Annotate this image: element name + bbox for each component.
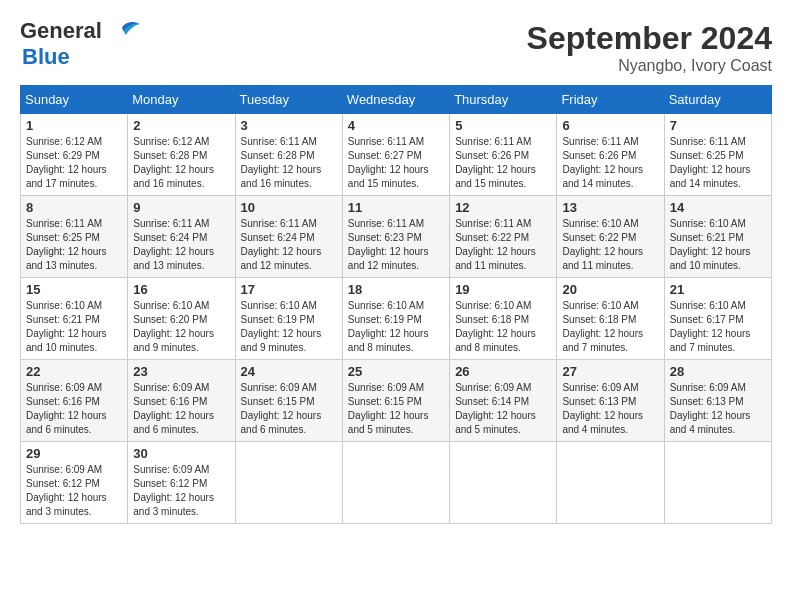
day-info: Sunrise: 6:11 AMSunset: 6:25 PMDaylight:… (26, 217, 122, 273)
day-info: Sunrise: 6:12 AMSunset: 6:28 PMDaylight:… (133, 135, 229, 191)
calendar-week-1: 1 Sunrise: 6:12 AMSunset: 6:29 PMDayligh… (21, 114, 772, 196)
day-info: Sunrise: 6:10 AMSunset: 6:18 PMDaylight:… (562, 299, 658, 355)
day-info: Sunrise: 6:09 AMSunset: 6:14 PMDaylight:… (455, 381, 551, 437)
day-number: 12 (455, 200, 551, 215)
title-area: September 2024 Nyangbo, Ivory Coast (527, 20, 772, 75)
calendar-cell: 23 Sunrise: 6:09 AMSunset: 6:16 PMDaylig… (128, 360, 235, 442)
day-number: 30 (133, 446, 229, 461)
day-header-monday: Monday (128, 86, 235, 114)
day-number: 18 (348, 282, 444, 297)
calendar-cell: 7 Sunrise: 6:11 AMSunset: 6:25 PMDayligh… (664, 114, 771, 196)
calendar-cell: 22 Sunrise: 6:09 AMSunset: 6:16 PMDaylig… (21, 360, 128, 442)
day-number: 13 (562, 200, 658, 215)
day-info: Sunrise: 6:11 AMSunset: 6:28 PMDaylight:… (241, 135, 337, 191)
calendar-week-3: 15 Sunrise: 6:10 AMSunset: 6:21 PMDaylig… (21, 278, 772, 360)
page-header: General Blue September 2024 Nyangbo, Ivo… (20, 20, 772, 75)
calendar-cell: 6 Sunrise: 6:11 AMSunset: 6:26 PMDayligh… (557, 114, 664, 196)
day-number: 19 (455, 282, 551, 297)
day-info: Sunrise: 6:09 AMSunset: 6:13 PMDaylight:… (562, 381, 658, 437)
logo: General Blue (20, 20, 140, 70)
calendar-cell (664, 442, 771, 524)
calendar-cell: 30 Sunrise: 6:09 AMSunset: 6:12 PMDaylig… (128, 442, 235, 524)
day-info: Sunrise: 6:11 AMSunset: 6:25 PMDaylight:… (670, 135, 766, 191)
calendar-cell (342, 442, 449, 524)
calendar-cell: 19 Sunrise: 6:10 AMSunset: 6:18 PMDaylig… (450, 278, 557, 360)
calendar-cell: 4 Sunrise: 6:11 AMSunset: 6:27 PMDayligh… (342, 114, 449, 196)
calendar-cell: 13 Sunrise: 6:10 AMSunset: 6:22 PMDaylig… (557, 196, 664, 278)
day-info: Sunrise: 6:11 AMSunset: 6:22 PMDaylight:… (455, 217, 551, 273)
day-header-wednesday: Wednesday (342, 86, 449, 114)
day-number: 25 (348, 364, 444, 379)
day-number: 1 (26, 118, 122, 133)
calendar-cell: 1 Sunrise: 6:12 AMSunset: 6:29 PMDayligh… (21, 114, 128, 196)
calendar-cell: 20 Sunrise: 6:10 AMSunset: 6:18 PMDaylig… (557, 278, 664, 360)
calendar-cell: 25 Sunrise: 6:09 AMSunset: 6:15 PMDaylig… (342, 360, 449, 442)
day-header-saturday: Saturday (664, 86, 771, 114)
day-info: Sunrise: 6:11 AMSunset: 6:24 PMDaylight:… (133, 217, 229, 273)
calendar-cell: 24 Sunrise: 6:09 AMSunset: 6:15 PMDaylig… (235, 360, 342, 442)
day-info: Sunrise: 6:09 AMSunset: 6:16 PMDaylight:… (26, 381, 122, 437)
calendar-cell: 2 Sunrise: 6:12 AMSunset: 6:28 PMDayligh… (128, 114, 235, 196)
day-number: 28 (670, 364, 766, 379)
calendar-cell: 10 Sunrise: 6:11 AMSunset: 6:24 PMDaylig… (235, 196, 342, 278)
day-info: Sunrise: 6:09 AMSunset: 6:12 PMDaylight:… (133, 463, 229, 519)
day-number: 22 (26, 364, 122, 379)
day-header-friday: Friday (557, 86, 664, 114)
calendar-cell: 14 Sunrise: 6:10 AMSunset: 6:21 PMDaylig… (664, 196, 771, 278)
day-info: Sunrise: 6:09 AMSunset: 6:12 PMDaylight:… (26, 463, 122, 519)
day-number: 23 (133, 364, 229, 379)
day-header-tuesday: Tuesday (235, 86, 342, 114)
day-number: 8 (26, 200, 122, 215)
day-number: 5 (455, 118, 551, 133)
day-info: Sunrise: 6:11 AMSunset: 6:26 PMDaylight:… (562, 135, 658, 191)
calendar-cell: 15 Sunrise: 6:10 AMSunset: 6:21 PMDaylig… (21, 278, 128, 360)
day-number: 14 (670, 200, 766, 215)
logo-blue-text: Blue (22, 44, 70, 70)
day-header-sunday: Sunday (21, 86, 128, 114)
calendar-cell: 11 Sunrise: 6:11 AMSunset: 6:23 PMDaylig… (342, 196, 449, 278)
calendar-header-row: SundayMondayTuesdayWednesdayThursdayFrid… (21, 86, 772, 114)
calendar-cell: 28 Sunrise: 6:09 AMSunset: 6:13 PMDaylig… (664, 360, 771, 442)
day-number: 16 (133, 282, 229, 297)
day-info: Sunrise: 6:10 AMSunset: 6:19 PMDaylight:… (348, 299, 444, 355)
day-number: 27 (562, 364, 658, 379)
calendar-table: SundayMondayTuesdayWednesdayThursdayFrid… (20, 85, 772, 524)
day-number: 10 (241, 200, 337, 215)
day-info: Sunrise: 6:10 AMSunset: 6:18 PMDaylight:… (455, 299, 551, 355)
day-header-thursday: Thursday (450, 86, 557, 114)
calendar-cell: 16 Sunrise: 6:10 AMSunset: 6:20 PMDaylig… (128, 278, 235, 360)
day-number: 3 (241, 118, 337, 133)
day-number: 21 (670, 282, 766, 297)
calendar-week-4: 22 Sunrise: 6:09 AMSunset: 6:16 PMDaylig… (21, 360, 772, 442)
day-number: 15 (26, 282, 122, 297)
calendar-cell: 18 Sunrise: 6:10 AMSunset: 6:19 PMDaylig… (342, 278, 449, 360)
day-info: Sunrise: 6:09 AMSunset: 6:15 PMDaylight:… (348, 381, 444, 437)
day-info: Sunrise: 6:09 AMSunset: 6:13 PMDaylight:… (670, 381, 766, 437)
day-info: Sunrise: 6:11 AMSunset: 6:23 PMDaylight:… (348, 217, 444, 273)
day-info: Sunrise: 6:11 AMSunset: 6:26 PMDaylight:… (455, 135, 551, 191)
calendar-cell: 26 Sunrise: 6:09 AMSunset: 6:14 PMDaylig… (450, 360, 557, 442)
day-number: 6 (562, 118, 658, 133)
day-number: 4 (348, 118, 444, 133)
calendar-cell: 21 Sunrise: 6:10 AMSunset: 6:17 PMDaylig… (664, 278, 771, 360)
calendar-week-2: 8 Sunrise: 6:11 AMSunset: 6:25 PMDayligh… (21, 196, 772, 278)
day-number: 9 (133, 200, 229, 215)
day-number: 24 (241, 364, 337, 379)
day-number: 11 (348, 200, 444, 215)
day-info: Sunrise: 6:11 AMSunset: 6:27 PMDaylight:… (348, 135, 444, 191)
day-info: Sunrise: 6:10 AMSunset: 6:20 PMDaylight:… (133, 299, 229, 355)
calendar-cell: 3 Sunrise: 6:11 AMSunset: 6:28 PMDayligh… (235, 114, 342, 196)
day-number: 17 (241, 282, 337, 297)
day-number: 7 (670, 118, 766, 133)
day-number: 2 (133, 118, 229, 133)
day-info: Sunrise: 6:10 AMSunset: 6:17 PMDaylight:… (670, 299, 766, 355)
calendar-cell: 12 Sunrise: 6:11 AMSunset: 6:22 PMDaylig… (450, 196, 557, 278)
day-info: Sunrise: 6:09 AMSunset: 6:16 PMDaylight:… (133, 381, 229, 437)
calendar-cell: 17 Sunrise: 6:10 AMSunset: 6:19 PMDaylig… (235, 278, 342, 360)
calendar-week-5: 29 Sunrise: 6:09 AMSunset: 6:12 PMDaylig… (21, 442, 772, 524)
day-info: Sunrise: 6:10 AMSunset: 6:19 PMDaylight:… (241, 299, 337, 355)
day-number: 20 (562, 282, 658, 297)
calendar-cell: 27 Sunrise: 6:09 AMSunset: 6:13 PMDaylig… (557, 360, 664, 442)
location: Nyangbo, Ivory Coast (527, 57, 772, 75)
calendar-cell (235, 442, 342, 524)
